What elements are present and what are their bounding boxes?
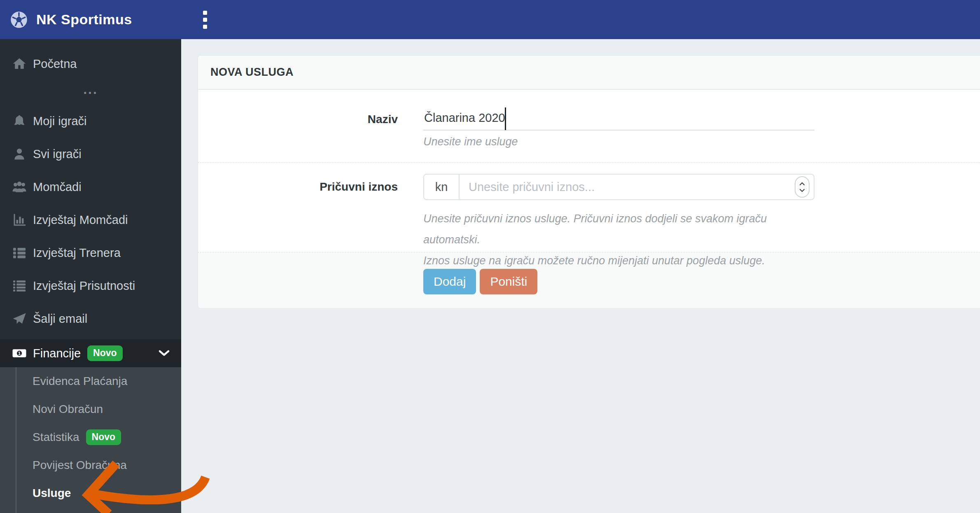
main-content: NOVA USLUGA Naziv Unesite ime usluge Pri… [181,39,980,513]
sidebar-item-label: Izvještaj Prisutnosti [33,279,135,293]
sidebar-item-izvjestaj-trenera[interactable]: Izvještaj Trenera [0,236,181,269]
sidebar-item-financije[interactable]: 1 Financije Novo [0,339,181,367]
text-caret [505,107,506,130]
sidebar-item-izvjestaj-momcadi[interactable]: Izvještaj Momčadi [0,203,181,236]
nova-usluga-panel: NOVA USLUGA Naziv Unesite ime usluge Pri… [198,55,980,308]
brand[interactable]: NK Sportimus [9,10,132,30]
submenu-item-novi-obracun[interactable]: Novi Obračun [0,395,181,423]
iznos-form-row: Pričuvni iznos kn Unesite pričuvni iznos… [198,163,980,253]
list-dense-icon [10,278,29,293]
bell-icon [10,114,29,128]
submenu-item-usluge[interactable]: Usluge [0,479,181,507]
sidebar-item-label: Financije [33,347,81,360]
bar-chart-icon [10,212,29,227]
sidebar-item-pocetna[interactable]: Početna [0,47,181,80]
sidebar-item-izvjestaj-prisutnosti[interactable]: Izvještaj Prisutnosti [0,269,181,302]
panel-title: NOVA USLUGA [210,66,294,79]
sidebar-item-label: Izvještaj Trenera [33,246,121,260]
spinner-down-icon [799,189,805,192]
sidebar-item-svi-igraci[interactable]: Svi igrači [0,138,181,170]
sidebar-item-label: Momčadi [33,180,82,194]
kebab-menu-icon [203,10,208,30]
sidebar-item-label: Izvještaj Momčadi [33,213,128,227]
iznos-input-group: kn [423,174,814,200]
svg-text:1: 1 [18,351,21,356]
money-icon: 1 [10,346,29,361]
user-icon [10,147,29,161]
sidebar-item-moji-igraci[interactable]: Moji igrači [0,105,181,138]
naziv-form-row: Naziv Unesite ime usluge [198,90,980,163]
submenu-item-label: Evidenca Plaćanja [33,375,127,388]
iznos-helper-line-1: Unesite pričuvni iznos usluge. Pričuvni … [423,208,814,250]
spinner-up-icon [799,182,805,186]
iznos-input[interactable] [460,180,795,194]
submenu-item-label: Usluge [33,487,71,500]
sidebar-item-label: Moji igrači [33,114,87,128]
users-icon [10,180,29,194]
financije-submenu: Evidenca Plaćanja Novi Obračun Statistik… [0,367,181,513]
ponisti-button[interactable]: Poništi [480,269,537,294]
submenu-item-label: Statistika [33,431,79,444]
panel-header: NOVA USLUGA [198,56,980,90]
sidebar-item-label: Početna [33,57,77,71]
naziv-label: Naziv [368,113,398,126]
number-spinner[interactable] [795,176,810,198]
naziv-input[interactable] [423,111,814,131]
brand-title: NK Sportimus [36,12,132,28]
sidebar-item-label: Svi igrači [33,147,82,161]
sidebar-item-momcadi[interactable]: Momčadi [0,170,181,203]
sidebar-item-salji-email[interactable]: Šalji email [0,302,181,335]
paper-plane-icon [10,311,29,326]
novo-badge: Novo [87,345,123,361]
naziv-helper-text: Unesite ime usluge [423,135,814,148]
sidebar-item-label: Šalji email [33,312,87,326]
soccer-ball-icon [9,10,29,30]
top-navbar: NK Sportimus [0,0,980,39]
currency-prefix: kn [424,175,460,199]
submenu-item-label: Povijest Obračuna [33,459,127,472]
chevron-down-icon [159,339,170,367]
iznos-label: Pričuvni iznos [320,180,398,193]
submenu-item-statistika[interactable]: Statistika Novo [0,423,181,451]
kebab-menu-button[interactable] [193,0,217,39]
iznos-helper-text: Unesite pričuvni iznos usluge. Pričuvni … [423,208,814,271]
sidebar-ellipsis-divider: ... [0,80,181,105]
list-icon [10,245,29,260]
dodaj-button[interactable]: Dodaj [423,269,476,294]
submenu-item-label: Novi Obračun [33,403,103,416]
home-icon [10,56,29,71]
submenu-item-povijest-obracuna[interactable]: Povijest Obračuna [0,451,181,479]
novo-badge: Novo [86,429,121,445]
iznos-helper-line-2: Iznos usluge na igraču možete ručno mije… [423,250,814,271]
sidebar: Početna ... Moji igrači Svi igrači Momča… [0,39,181,513]
submenu-item-evidenca-placanja[interactable]: Evidenca Plaćanja [0,367,181,395]
